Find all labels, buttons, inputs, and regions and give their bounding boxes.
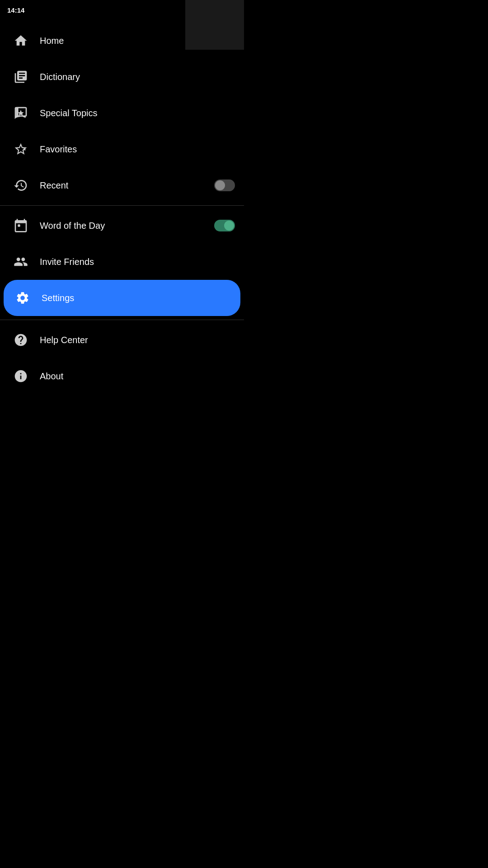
nav-label-help-center: Help Center [40,335,88,345]
invite-friends-icon-wrap [11,252,31,272]
invite-friends-icon [14,255,28,269]
recent-toggle-wrap[interactable] [214,179,235,191]
nav-item-about[interactable]: About [0,358,244,394]
about-icon [14,369,28,383]
recent-icon [14,178,28,193]
recent-icon-wrap [11,175,31,195]
nav-menu: Home Dictionary Speci [0,18,244,394]
settings-icon [15,291,30,305]
nav-label-home: Home [40,36,64,46]
recent-toggle[interactable] [214,179,235,191]
dictionary-icon-wrap [11,67,31,87]
nav-label-special-topics: Special Topics [40,108,97,118]
divider-1 [0,205,244,206]
divider-2 [0,320,244,320]
special-topics-icon-wrap [11,103,31,123]
word-of-the-day-icon [14,218,28,233]
nav-item-word-of-the-day[interactable]: Word of the Day [0,208,244,244]
special-topics-icon [14,106,28,120]
word-of-the-day-toggle-knob [224,221,234,231]
nav-label-invite-friends: Invite Friends [40,257,94,267]
word-of-the-day-toggle-wrap[interactable] [214,220,235,231]
home-icon [14,33,28,48]
nav-label-recent: Recent [40,180,68,191]
nav-label-favorites: Favorites [40,144,77,155]
word-of-the-day-icon-wrap [11,216,31,236]
nav-item-help-center[interactable]: Help Center [0,322,244,358]
nav-item-favorites[interactable]: Favorites [0,131,244,167]
favorites-icon-wrap [11,139,31,159]
nav-item-home[interactable]: Home [0,23,244,59]
favorites-icon [14,142,28,156]
svg-rect-10 [18,224,20,226]
nav-item-dictionary[interactable]: Dictionary [0,59,244,95]
nav-item-settings[interactable]: Settings [4,280,240,316]
home-icon-wrap [11,31,31,51]
word-of-the-day-toggle[interactable] [214,220,235,231]
nav-item-special-topics[interactable]: Special Topics [0,95,244,131]
help-center-icon [14,333,28,347]
nav-label-dictionary: Dictionary [40,72,80,82]
nav-label-settings: Settings [42,293,74,303]
nav-label-about: About [40,371,63,382]
about-icon-wrap [11,366,31,386]
nav-item-invite-friends[interactable]: Invite Friends [0,244,244,280]
settings-icon-wrap [13,288,33,308]
help-center-icon-wrap [11,330,31,350]
nav-item-recent[interactable]: Recent [0,167,244,203]
nav-label-word-of-the-day: Word of the Day [40,221,105,231]
status-time: 14:14 [7,6,24,14]
dictionary-icon [14,70,28,84]
recent-toggle-knob [215,180,225,190]
